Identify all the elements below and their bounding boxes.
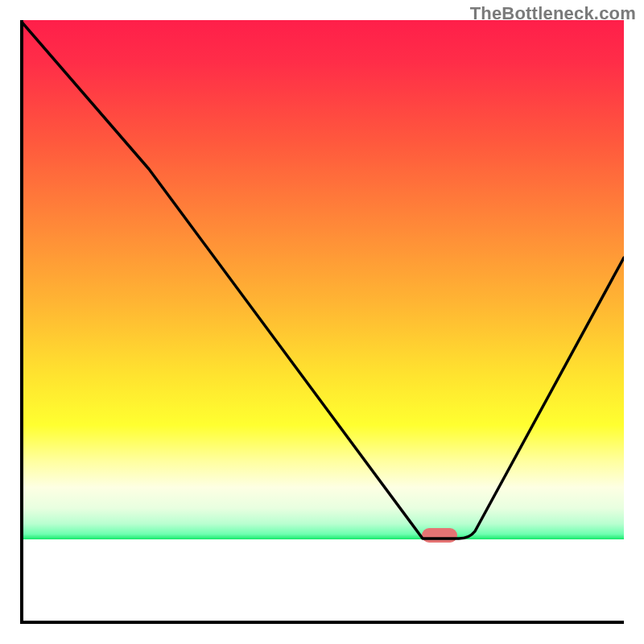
chart-container: TheBottleneck.com	[0, 0, 644, 644]
x-axis-line	[20, 621, 624, 624]
watermark-text: TheBottleneck.com	[470, 3, 636, 24]
curve-layer	[20, 20, 624, 624]
bottleneck-curve	[20, 20, 624, 539]
plot-area	[20, 20, 624, 624]
y-axis-line	[20, 20, 23, 624]
